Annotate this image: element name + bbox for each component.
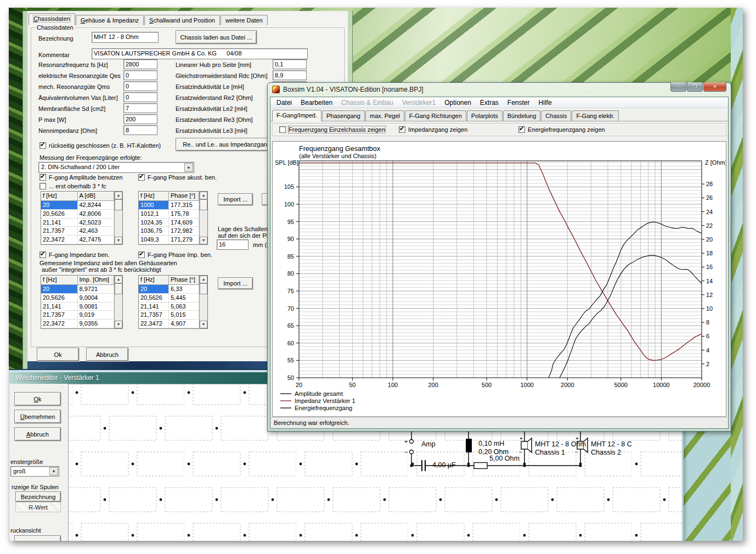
column-header[interactable]: Phase [°] — [169, 276, 199, 285]
lage-input[interactable]: 16 — [217, 239, 249, 250]
we-ok-button[interactable]: Ok — [14, 392, 61, 406]
table-cell[interactable]: 20,5626 — [41, 210, 78, 219]
table-cell[interactable]: 175,78 — [169, 210, 199, 219]
fgang-phase-imp-checkbox[interactable]: F-gang Phase Imp. ben. — [138, 251, 212, 258]
impedanz-table[interactable]: f [Hz]Imp. [Ohm]208,972120,56269,000421,… — [41, 275, 123, 329]
menu-fenster[interactable]: Fenster — [503, 98, 534, 108]
resistor-symbol[interactable] — [474, 463, 487, 469]
table-cell[interactable]: 171,279 — [169, 236, 199, 244]
table-cell[interactable]: 5,063 — [169, 303, 199, 311]
table-cell[interactable]: 20,5626 — [139, 294, 169, 303]
table-cell[interactable]: 42,463 — [78, 227, 115, 236]
table-cell[interactable]: 21,141 — [41, 303, 78, 311]
tab-max-pegel[interactable]: max. Pegel — [365, 110, 404, 121]
bezeichnung-toggle-button[interactable]: Bezeichnung — [15, 491, 61, 502]
tab-f-gang-elektr-[interactable]: F-Gang elektr. — [572, 110, 619, 121]
menu-extras[interactable]: Extras — [476, 98, 503, 108]
tab-chassis[interactable]: Chassis — [541, 110, 571, 121]
dialog-tab-2[interactable]: Gehäuse & Impedanz — [76, 15, 144, 25]
table-cell[interactable]: 172,982 — [169, 227, 199, 236]
menu-datei[interactable]: Datei — [272, 98, 296, 108]
table-cell[interactable]: 9,0004 — [78, 294, 115, 303]
tab-b-ndelung[interactable]: Bündelung — [503, 110, 541, 121]
column-header[interactable]: f [Hz] — [41, 276, 78, 285]
we-uebernehmen-button[interactable]: Übernehmen — [14, 410, 61, 423]
table-cell[interactable]: 20,5626 — [41, 294, 78, 303]
checkbox-icon[interactable] — [138, 174, 145, 181]
checkbox-icon[interactable] — [138, 251, 145, 258]
table-row[interactable]: 20,562642,8006 — [41, 210, 114, 219]
checkbox-icon[interactable] — [399, 126, 405, 133]
checkbox-icon[interactable] — [518, 126, 525, 133]
column-header[interactable]: f [Hz] — [139, 192, 169, 201]
chevron-down-icon[interactable]: ▼ — [49, 467, 58, 475]
table-cell[interactable]: 42,8244 — [78, 201, 115, 210]
table-row[interactable]: 21,73575,015 — [139, 311, 199, 320]
rwert-toggle-button[interactable]: R-Wert — [15, 502, 61, 512]
table-row[interactable]: 21,1415,063 — [139, 303, 199, 311]
table-row[interactable]: 208,9721 — [41, 285, 114, 294]
column-header[interactable]: f [Hz] — [139, 276, 169, 285]
table-cell[interactable]: 4,907 — [169, 320, 199, 328]
table-cell[interactable]: 1000 — [139, 201, 169, 210]
table-scrollbar[interactable]: ▲▼ — [114, 276, 122, 328]
tab-phasengang[interactable]: Phasengang — [322, 110, 365, 121]
chevron-down-icon[interactable]: ▼ — [184, 163, 193, 172]
table-row[interactable]: 1024,35174,609 — [139, 219, 199, 227]
table-scrollbar[interactable]: ▲▼ — [199, 276, 207, 328]
param-field[interactable]: 200 — [123, 114, 157, 124]
dialog-tab-1[interactable]: Chassisdaten — [29, 13, 75, 25]
phase-table[interactable]: f [Hz]Phase [°]1000177,3151012,1175,7810… — [138, 191, 208, 245]
chassis-laden-button[interactable]: Chassis laden aus Datei ... — [176, 30, 257, 44]
param-field[interactable]: 2800 — [123, 59, 157, 69]
table-row[interactable]: 21,1419,0081 — [41, 303, 114, 311]
param-field[interactable]: 0 — [123, 92, 157, 102]
dialog-tab-3[interactable]: Schallwand und Position — [144, 15, 220, 25]
fgang-impedanz-checkbox[interactable]: F-gang Impedanz ben. — [40, 251, 110, 258]
we-abbruch-button[interactable]: Abbruch — [14, 427, 61, 441]
oberhalb-3fc-checkbox[interactable]: ... erst oberhalb 3 * fc — [40, 183, 106, 189]
table-cell[interactable]: 177,315 — [169, 201, 199, 210]
table-cell[interactable]: 42,7475 — [78, 236, 115, 244]
abbruch-button[interactable]: Abbruch — [86, 348, 128, 361]
table-row[interactable]: 20,56265,445 — [139, 294, 199, 303]
table-cell[interactable]: 8,9721 — [78, 285, 115, 294]
ok-button[interactable]: Ok — [37, 348, 79, 361]
param-field[interactable]: 0 — [123, 81, 157, 91]
column-header[interactable]: f [Hz] — [41, 192, 78, 201]
close-button[interactable]: ✕ — [703, 82, 726, 92]
param-field[interactable]: 7 — [123, 103, 157, 113]
table-cell[interactable]: 22,3472 — [41, 236, 78, 244]
impedanz-phase-table[interactable]: f [Hz]Phase [°]206,3320,56265,44521,1415… — [138, 275, 208, 329]
table-cell[interactable]: 174,609 — [169, 219, 199, 227]
inductor-symbol[interactable] — [466, 439, 472, 452]
table-row[interactable]: 1036,75172,982 — [139, 227, 199, 236]
param-field[interactable]: 8 — [123, 125, 157, 135]
table-cell[interactable]: 21,7357 — [41, 227, 78, 236]
table-cell[interactable]: 1012,1 — [139, 210, 169, 219]
table-cell[interactable]: 5,445 — [169, 294, 199, 303]
param-field[interactable]: 8,9 — [273, 70, 307, 80]
chart-option-checkbox-1[interactable]: Frequenzgang Einzelchassis zeigen — [279, 126, 385, 133]
table-row[interactable]: 21,735742,463 — [41, 227, 114, 236]
table-row[interactable]: 1049,3171,279 — [139, 236, 199, 244]
menu-bearbeiten[interactable]: Bearbeiten — [296, 98, 337, 108]
tab-polarplots[interactable]: Polarplots — [467, 110, 503, 121]
table-cell[interactable]: 42,8006 — [78, 210, 115, 219]
table-cell[interactable]: 42,5023 — [78, 219, 115, 227]
table-cell[interactable]: 20 — [41, 285, 78, 294]
checkbox-icon[interactable] — [40, 142, 46, 149]
table-row[interactable]: 2042,8244 — [41, 201, 114, 210]
checkbox-icon[interactable] — [40, 174, 46, 181]
table-scrollbar[interactable]: ▲▼ — [114, 192, 122, 244]
table-row[interactable]: 1012,1175,78 — [139, 210, 199, 219]
import-button-2[interactable]: Import ... — [218, 277, 253, 289]
table-cell[interactable]: 21,141 — [139, 303, 169, 311]
fgang-phase-akust-checkbox[interactable]: F-gang Phase akust. ben. — [138, 174, 217, 181]
column-header[interactable]: Phase [°] — [169, 192, 199, 201]
fgang-amplitude-checkbox[interactable]: F-gang Amplitude benutzen — [40, 174, 123, 181]
checkbox-icon[interactable] — [40, 183, 46, 189]
druckansicht-button-partial[interactable] — [14, 535, 61, 541]
rueckseitig-checkbox[interactable]: rückseitig geschlossen (z. B. HT-Kalotte… — [40, 142, 161, 149]
column-header[interactable]: A [dB] — [78, 192, 115, 201]
